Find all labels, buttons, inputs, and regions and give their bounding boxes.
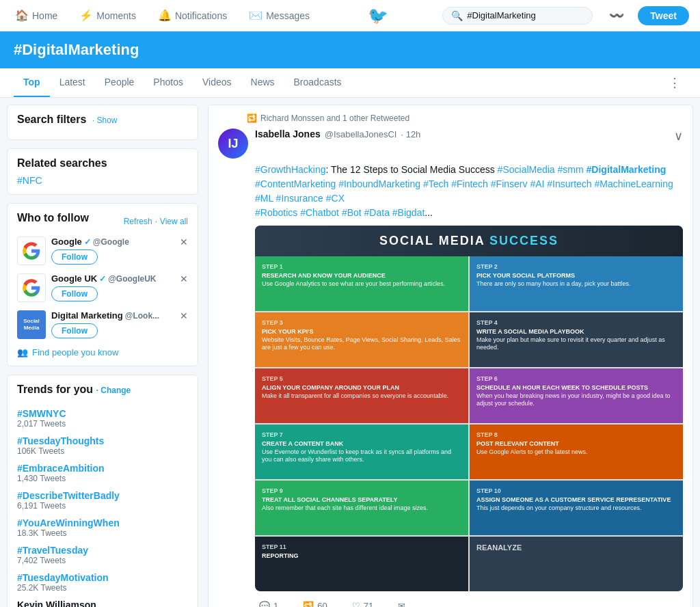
refresh-link[interactable]: Refresh <box>124 217 152 226</box>
trends-title: Trends for you · Change <box>17 383 131 396</box>
hashtag[interactable]: #smm <box>558 164 584 175</box>
tweet-header-1: IJ Isabella Jones @IsabellaJonesCI · 12h… <box>218 129 683 159</box>
close-icon-google[interactable]: ✕ <box>180 237 188 247</box>
trend-name-youarewinningwhen[interactable]: #YouAreWinningWhen <box>17 517 188 528</box>
hashtag[interactable]: #Insurtech <box>547 178 591 189</box>
hashtag[interactable]: #Chatbot <box>300 207 339 218</box>
follow-button-googleuk[interactable]: Follow <box>51 286 98 301</box>
hashtag[interactable]: #Bot <box>342 207 362 218</box>
tweet-card-1: 🔁 Richard Monssen and 1 other Retweeted … <box>208 105 693 607</box>
nav-notifications-label: Notifications <box>175 10 227 21</box>
twitter-logo[interactable]: 🐦 <box>368 6 388 25</box>
tab-top[interactable]: Top <box>14 68 50 97</box>
nav-notifications[interactable]: 🔔 Notifications <box>154 0 231 31</box>
hashtag[interactable]: #Bigdat <box>392 207 425 218</box>
dm-button-1[interactable]: ✉ <box>394 598 409 607</box>
trend-name-traveltuesday[interactable]: #TravelTuesday <box>17 545 188 556</box>
tweet-avatar-1[interactable]: IJ <box>218 129 248 159</box>
nav-home[interactable]: 🏠 Home <box>11 0 62 31</box>
trend-name-tuesdaythoughts[interactable]: #TuesdayThoughts <box>17 435 188 446</box>
hashtag[interactable]: #Data <box>364 207 390 218</box>
trend-name-describetwitterbadly[interactable]: #DescribeTwitterBadly <box>17 490 188 501</box>
trend-smwnyc: #SMWNYC 2,017 Tweets <box>17 408 188 429</box>
trend-count-embraceambition: 1,430 Tweets <box>17 474 188 483</box>
reply-icon: 💬 <box>259 601 270 607</box>
trend-count-describetwitterbadly: 6,191 Tweets <box>17 501 188 511</box>
trend-name-smwnyc[interactable]: #SMWNYC <box>17 408 188 419</box>
main-layout: Search filters · Show Related searches #… <box>0 98 700 607</box>
hashtag[interactable]: #ContentMarketing <box>255 178 336 189</box>
trend-tuesdaymotivation: #TuesdayMotivation 25.2K Tweets <box>17 572 188 593</box>
search-icon: 🔍 <box>451 10 463 21</box>
nav-messages[interactable]: ✉️ Messages <box>245 0 314 31</box>
close-icon-digitalmarketing[interactable]: ✕ <box>180 310 188 321</box>
page-title: #DigitalMarketing <box>14 41 686 59</box>
googleuk-avatar <box>17 273 46 302</box>
related-searches-title: Related searches <box>17 157 188 170</box>
trend-count-traveltuesday: 7,402 Tweets <box>17 556 188 565</box>
hashtag[interactable]: #Robotics <box>255 207 297 218</box>
reply-button-1[interactable]: 💬 1 <box>255 598 282 607</box>
like-button-1[interactable]: ♡ 71 <box>348 598 377 607</box>
tabs-bar: Top Latest People Photos Videos News Bro… <box>0 68 700 98</box>
related-item-nfc[interactable]: #NFC <box>17 175 188 186</box>
nav-home-label: Home <box>32 10 57 21</box>
verified-icon-googleuk: ✓ <box>99 274 106 284</box>
search-filters-show[interactable]: · Show <box>92 116 118 125</box>
trend-name-embraceambition[interactable]: #EmbraceAmbition <box>17 463 188 474</box>
tab-news[interactable]: News <box>241 68 284 97</box>
view-all-link[interactable]: View all <box>160 217 188 226</box>
hashtag[interactable]: #Finserv <box>491 178 528 189</box>
hashtag[interactable]: #GrowthHacking <box>255 164 326 175</box>
mail-icon: ✉️ <box>249 9 262 22</box>
follow-header: Who to follow Refresh · View all <box>17 212 188 230</box>
hashtag[interactable]: #MachineLearning <box>595 178 673 189</box>
search-input[interactable] <box>467 10 576 21</box>
hashtag[interactable]: #Tech <box>423 178 448 189</box>
like-count-1: 71 <box>364 601 373 607</box>
tweet-button[interactable]: Tweet <box>638 6 689 25</box>
wave-icon: 〰️ <box>609 8 624 23</box>
google-avatar <box>17 237 46 265</box>
hashtag[interactable]: #SocialMedia <box>498 164 555 175</box>
tweet-author-1[interactable]: Isabella Jones <box>255 129 321 139</box>
hashtag[interactable]: #CX <box>326 193 345 204</box>
nav-messages-label: Messages <box>266 10 310 21</box>
search-bar[interactable]: 🔍 <box>442 7 593 25</box>
hashtag[interactable]: #Fintech <box>451 178 488 189</box>
trend-name-kevin[interactable]: Kevin Williamson <box>17 599 188 607</box>
tab-broadcasts[interactable]: Broadcasts <box>284 68 351 97</box>
hashtag[interactable]: #AI <box>530 178 544 189</box>
hashtag[interactable]: #ML <box>255 193 273 204</box>
home-icon: 🏠 <box>15 9 29 22</box>
tab-photos[interactable]: Photos <box>144 68 193 97</box>
tab-latest[interactable]: Latest <box>50 68 95 97</box>
trend-embraceambition: #EmbraceAmbition 1,430 Tweets <box>17 463 188 483</box>
trend-name-tuesdaymotivation[interactable]: #TuesdayMotivation <box>17 572 188 583</box>
step-10: STEP 10 ASSIGN SOMEONE AS A CUSTOMER SER… <box>470 481 683 535</box>
hashtag[interactable]: #DigitalMarketing <box>587 164 667 175</box>
follow-name-google: Google ✓ @Google <box>51 237 188 247</box>
search-filters-card: Search filters · Show <box>7 105 198 140</box>
follow-info-digitalmarketing: Digital Marketing @Look... Follow <box>51 310 188 338</box>
verified-icon-google: ✓ <box>84 237 91 247</box>
hashtag[interactable]: #Insurance <box>276 193 323 204</box>
step-reanalyze: REANALYZE <box>470 537 683 591</box>
tab-videos[interactable]: Videos <box>193 68 241 97</box>
related-searches-card: Related searches #NFC <box>7 148 198 195</box>
tabs-more-icon[interactable]: ⋮ <box>663 70 686 96</box>
step-8: STEP 8 POST RELEVANT CONTENT Use Google … <box>470 424 683 479</box>
find-people-icon: 👥 <box>17 347 28 358</box>
close-icon-googleuk[interactable]: ✕ <box>180 273 188 284</box>
find-people-link[interactable]: 👥 Find people you know <box>17 347 188 358</box>
follow-button-digitalmarketing[interactable]: Follow <box>51 323 98 338</box>
tweet-username-1[interactable]: @IsabellaJonesCI <box>325 129 397 139</box>
retweet-button-1[interactable]: 🔁 60 <box>299 598 331 607</box>
trends-change[interactable]: · Change <box>96 386 131 395</box>
follow-button-google[interactable]: Follow <box>51 249 98 265</box>
hashtag[interactable]: #InboundMarketing <box>338 178 420 189</box>
tab-people[interactable]: People <box>95 68 144 97</box>
tweet-more-icon-1[interactable]: ∨ <box>674 129 683 144</box>
nav-moments[interactable]: ⚡ Moments <box>75 0 140 31</box>
bell-icon: 🔔 <box>158 9 172 22</box>
